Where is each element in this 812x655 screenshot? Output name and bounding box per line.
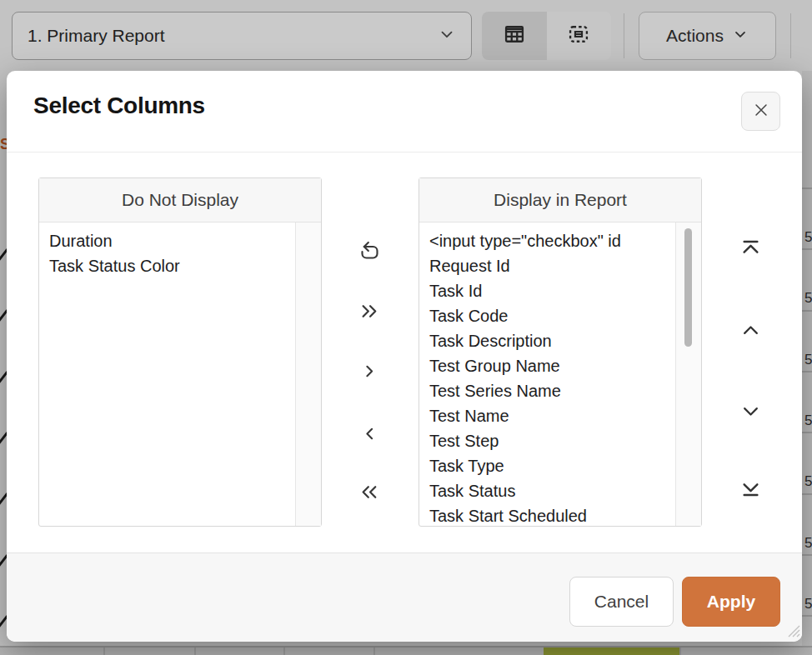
move-right-icon xyxy=(359,361,380,384)
move-left-button[interactable] xyxy=(351,417,388,453)
list-item[interactable]: Task Status xyxy=(419,478,675,503)
screen: 1. Primary Report A xyxy=(0,0,812,655)
list-item[interactable]: Test Name xyxy=(419,403,675,428)
dialog-footer: Cancel Apply xyxy=(7,552,802,642)
move-right-button[interactable] xyxy=(351,354,388,391)
move-to-top-icon xyxy=(739,237,763,263)
reset-button[interactable] xyxy=(351,233,388,270)
display-in-report-header: Display in Report xyxy=(419,178,701,222)
list-item[interactable]: Task Type xyxy=(419,453,675,478)
reset-icon xyxy=(358,239,381,264)
move-all-left-icon xyxy=(358,481,381,506)
cancel-button[interactable]: Cancel xyxy=(569,577,674,627)
move-to-bottom-button[interactable] xyxy=(732,471,769,508)
list-item[interactable]: Duration xyxy=(39,228,295,253)
list-item[interactable]: Test Series Name xyxy=(419,378,675,403)
list-item[interactable]: Test Group Name xyxy=(419,353,675,378)
do-not-display-listbox: Do Not Display DurationTask Status Color xyxy=(38,178,322,527)
move-up-icon xyxy=(739,319,762,344)
do-not-display-header: Do Not Display xyxy=(39,178,321,222)
move-down-button[interactable] xyxy=(732,394,769,431)
do-not-display-scrollbar-track[interactable] xyxy=(295,222,321,526)
dialog-title: Select Columns xyxy=(33,92,205,119)
display-in-report-scrollbar-track[interactable] xyxy=(675,222,701,526)
move-left-icon xyxy=(359,423,380,447)
move-down-icon xyxy=(739,400,762,425)
move-all-left-button[interactable] xyxy=(351,475,388,512)
move-all-right-button[interactable] xyxy=(351,294,388,331)
move-to-bottom-icon xyxy=(739,476,763,502)
do-not-display-items: DurationTask Status Color xyxy=(39,222,295,526)
list-item[interactable]: Request Id xyxy=(419,253,675,278)
list-item[interactable]: <input type="checkbox" id xyxy=(419,228,675,253)
dialog-header: Select Columns xyxy=(7,71,802,152)
list-item[interactable]: Task Description xyxy=(419,328,675,353)
resize-handle[interactable] xyxy=(785,622,800,638)
move-all-right-icon xyxy=(358,300,381,325)
display-in-report-items: <input type="checkbox" idRequest IdTask … xyxy=(419,222,675,526)
move-to-top-button[interactable] xyxy=(732,232,769,268)
list-item[interactable]: Test Step xyxy=(419,428,675,453)
close-icon xyxy=(752,101,770,122)
display-in-report-listbox: Display in Report <input type="checkbox"… xyxy=(419,178,702,527)
select-columns-dialog: Select Columns Do Not Display DurationTa… xyxy=(7,71,802,642)
list-item[interactable]: Task Start Scheduled xyxy=(419,503,675,526)
move-up-button[interactable] xyxy=(732,313,769,350)
list-item[interactable]: Task Code xyxy=(419,303,675,328)
list-item[interactable]: Task Id xyxy=(419,278,675,303)
scrollbar-thumb[interactable] xyxy=(684,228,692,347)
close-button[interactable] xyxy=(741,92,780,131)
apply-button[interactable]: Apply xyxy=(682,577,780,627)
list-item[interactable]: Task Status Color xyxy=(39,253,295,278)
